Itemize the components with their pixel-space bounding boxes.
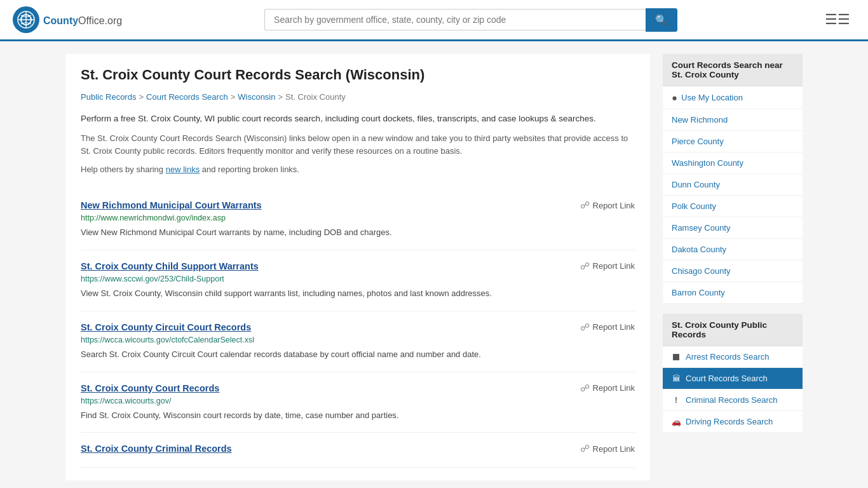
- result-desc-1: View New Richmond Municipal Court warran…: [81, 226, 635, 240]
- report-icon-2: ☍: [580, 261, 590, 272]
- result-item-1: New Richmond Municipal Court Warrants ☍ …: [81, 189, 635, 250]
- report-icon-5: ☍: [580, 443, 590, 454]
- sidebar-item-washington-county[interactable]: Washington County: [663, 152, 803, 174]
- result-item-5: St. Croix County Criminal Records ☍ Repo…: [81, 433, 635, 468]
- result-item-2: St. Croix County Child Support Warrants …: [81, 250, 635, 311]
- report-icon-4: ☍: [580, 383, 590, 394]
- driving-icon: 🚗: [672, 417, 681, 426]
- report-link-btn-2[interactable]: ☍ Report Link: [580, 261, 635, 272]
- intro-paragraph-2: The St. Croix County Court Records Searc…: [81, 132, 635, 159]
- report-icon-3: ☍: [580, 322, 590, 333]
- result-url-1[interactable]: http://www.newrichmondwi.gov/index.asp: [81, 214, 635, 222]
- sidebar-use-location[interactable]: ● Use My Location: [663, 86, 803, 109]
- sidebar-driving-records[interactable]: 🚗 Driving Records Search: [663, 411, 803, 433]
- search-button[interactable]: 🔍: [646, 8, 677, 32]
- content-area: St. Croix County Court Records Search (W…: [65, 54, 650, 480]
- search-area: 🔍: [264, 8, 677, 32]
- criminal-icon: !: [672, 396, 681, 405]
- result-url-3[interactable]: https://wcca.wicourts.gov/ctofcCalendarS…: [81, 336, 635, 344]
- breadcrumb-court-records[interactable]: Court Records Search: [146, 92, 228, 102]
- breadcrumb-public-records[interactable]: Public Records: [81, 92, 136, 102]
- use-location-link[interactable]: Use My Location: [681, 93, 743, 102]
- logo-area: CountyOffice.org: [13, 6, 122, 33]
- page-title: St. Croix County Court Records Search (W…: [81, 67, 635, 83]
- logo-icon: [13, 6, 39, 33]
- result-desc-4: Find St. Croix County, Wisconsin court r…: [81, 409, 635, 423]
- report-link-btn-3[interactable]: ☍ Report Link: [580, 322, 635, 333]
- sidebar-item-polk-county[interactable]: Polk County: [663, 196, 803, 217]
- report-link-btn-4[interactable]: ☍ Report Link: [580, 383, 635, 394]
- sidebar-court-records[interactable]: 🏛 Court Records Search: [663, 368, 803, 390]
- main-wrapper: St. Croix County Court Records Search (W…: [53, 41, 815, 488]
- result-item-3: St. Croix County Circuit Court Records ☍…: [81, 311, 635, 372]
- sidebar-item-pierce-county[interactable]: Pierce County: [663, 131, 803, 152]
- sidebar-item-dunn-county[interactable]: Dunn County: [663, 174, 803, 196]
- sidebar-item-new-richmond[interactable]: New Richmond: [663, 109, 803, 131]
- court-icon: 🏛: [672, 374, 681, 383]
- search-input[interactable]: [264, 9, 646, 30]
- header: CountyOffice.org 🔍 ☰☰: [0, 0, 868, 41]
- arrest-icon: [672, 353, 681, 362]
- sidebar-arrest-records[interactable]: Arrest Records Search: [663, 346, 803, 368]
- result-desc-2: View St. Croix County, Wisconsin child s…: [81, 287, 635, 301]
- results-list: New Richmond Municipal Court Warrants ☍ …: [81, 189, 635, 468]
- result-url-4[interactable]: https://wcca.wicourts.gov/: [81, 396, 635, 405]
- breadcrumb: Public Records > Court Records Search > …: [81, 92, 635, 102]
- report-icon-1: ☍: [580, 200, 590, 211]
- new-links-link[interactable]: new links: [166, 165, 200, 174]
- result-desc-3: Search St. Croix County Circuit Court ca…: [81, 348, 635, 362]
- sidebar-nearby-section: Court Records Search near St. Croix Coun…: [663, 54, 803, 304]
- sidebar-item-dakota-county[interactable]: Dakota County: [663, 239, 803, 261]
- location-icon: ●: [672, 92, 677, 103]
- help-text: Help others by sharing new links and rep…: [81, 165, 635, 174]
- intro-paragraph-1: Perform a free St. Croix County, WI publ…: [81, 112, 635, 126]
- report-link-btn-1[interactable]: ☍ Report Link: [580, 200, 635, 211]
- breadcrumb-wisconsin[interactable]: Wisconsin: [238, 92, 275, 102]
- result-item-4: St. Croix County Court Records ☍ Report …: [81, 372, 635, 433]
- sidebar-item-chisago-county[interactable]: Chisago County: [663, 261, 803, 282]
- result-title-2[interactable]: St. Croix County Child Support Warrants: [81, 261, 259, 271]
- result-title-1[interactable]: New Richmond Municipal Court Warrants: [81, 200, 262, 210]
- logo-text: CountyOffice.org: [43, 13, 122, 27]
- sidebar-nearby-title: Court Records Search near St. Croix Coun…: [663, 54, 803, 86]
- sidebar-item-barron-county[interactable]: Barron County: [663, 282, 803, 304]
- result-title-4[interactable]: St. Croix County Court Records: [81, 383, 219, 393]
- sidebar-item-ramsey-county[interactable]: Ramsey County: [663, 217, 803, 239]
- sidebar-public-records-section: St. Croix County Public Records Arrest R…: [663, 314, 803, 433]
- sidebar-public-records-title: St. Croix County Public Records: [663, 314, 803, 346]
- search-icon: 🔍: [655, 15, 668, 25]
- sidebar: Court Records Search near St. Croix Coun…: [663, 54, 803, 480]
- breadcrumb-county: St. Croix County: [285, 92, 346, 102]
- result-title-5[interactable]: St. Croix County Criminal Records: [81, 444, 232, 454]
- sidebar-criminal-records[interactable]: ! Criminal Records Search: [663, 390, 803, 411]
- result-title-3[interactable]: St. Croix County Circuit Court Records: [81, 322, 251, 332]
- result-url-2[interactable]: https://www.sccwi.gov/253/Child-Support: [81, 274, 635, 283]
- report-link-btn-5[interactable]: ☍ Report Link: [580, 443, 635, 454]
- menu-icon[interactable]: ☰☰: [820, 9, 855, 30]
